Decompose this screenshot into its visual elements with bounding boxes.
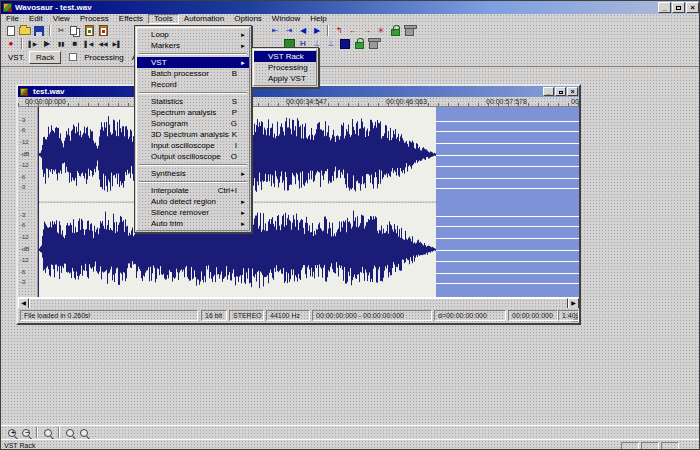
menu-item-sonogram[interactable]: SonogramG — [137, 118, 249, 129]
kill-marker-icon[interactable]: ✳ — [374, 25, 388, 37]
menu-item-auto-trim[interactable]: Auto trim► — [137, 218, 249, 229]
play-prev-icon[interactable]: ◀ — [296, 25, 310, 37]
vst-rack-button[interactable]: Rack — [29, 51, 61, 64]
menu-process[interactable]: Process — [75, 14, 114, 24]
zoom-vertical-icon[interactable] — [77, 427, 91, 439]
doc-minimize-button[interactable]: _ — [543, 87, 554, 96]
menu-separator — [139, 164, 247, 166]
time-ruler[interactable]: 00:00:00:00000:00:34:54700:00:46:06300:0… — [18, 97, 579, 107]
record-icon[interactable]: ● — [4, 38, 18, 50]
copy-icon[interactable] — [68, 25, 82, 37]
delete-icon[interactable] — [402, 25, 416, 37]
new-file-icon[interactable] — [4, 25, 18, 37]
zoom-in-icon-glyph: + — [8, 429, 16, 437]
status-field-00-00-00-000-00-00-00-000: 00:00:00:000 - 00:00:00:000 — [312, 310, 432, 321]
cut-icon[interactable]: ✂ — [54, 25, 68, 37]
menu-options[interactable]: Options — [229, 14, 267, 24]
doc-restore-button[interactable] — [555, 87, 566, 96]
selection-end-icon-glyph: ⇥ — [286, 26, 293, 36]
menu-item-auto-detect-region[interactable]: Auto detect region► — [137, 196, 249, 207]
menu-item-shortcut: S — [232, 97, 237, 106]
menu-help[interactable]: Help — [305, 14, 331, 24]
menu-item-loop[interactable]: Loop► — [137, 29, 249, 40]
zoom-selection-icon[interactable] — [41, 427, 55, 439]
kill-marker-icon-glyph: ✳ — [378, 26, 385, 36]
waveform-area: -3-6-12-dB-12-6-3-3-6-12-dB-12-6-3 — [18, 107, 579, 297]
lock2-icon[interactable] — [352, 38, 366, 50]
menu-item-synthesis[interactable]: Synthesis► — [137, 168, 249, 179]
beyond-gridline — [436, 188, 579, 189]
pause-icon[interactable]: ▮▮ — [54, 38, 68, 50]
play-from-cursor-icon[interactable]: ▌▶ — [26, 38, 40, 50]
paste-mix-icon[interactable] — [96, 25, 110, 37]
rewind-icon[interactable]: ◀◀ — [96, 38, 110, 50]
menu-item-silence-remover[interactable]: Silence remover► — [137, 207, 249, 218]
menu-item-processing[interactable]: Processing — [254, 62, 316, 73]
beyond-gridline — [436, 273, 579, 274]
menu-item-input-oscilloscope[interactable]: Input oscilloscopeI — [137, 140, 249, 151]
stop-icon[interactable]: ■ — [68, 38, 82, 50]
marker-right-icon[interactable]: → — [360, 25, 374, 37]
menu-view[interactable]: View — [48, 14, 75, 24]
close-button[interactable]: × — [686, 2, 699, 13]
menu-tools[interactable]: Tools — [148, 14, 179, 24]
goto-end-icon[interactable]: ▶▌ — [110, 38, 124, 50]
main-titlebar: Wavosaur - test.wav _× — [1, 1, 700, 14]
menu-item-vst[interactable]: VST► — [137, 57, 249, 68]
vst-plug-icon[interactable] — [338, 38, 352, 50]
menu-item-output-oscilloscope[interactable]: Output oscilloscopeO — [137, 151, 249, 162]
menu-file[interactable]: File — [1, 14, 24, 24]
restore-button[interactable] — [672, 2, 685, 13]
minimize-button[interactable]: _ — [658, 2, 671, 13]
menu-edit[interactable]: Edit — [24, 14, 48, 24]
menu-item-vst-rack[interactable]: VST Rack — [254, 51, 316, 62]
play-next-icon[interactable]: ▶ — [310, 25, 324, 37]
wavosaur-logo-icon — [3, 3, 12, 12]
paste-icon[interactable] — [82, 25, 96, 37]
menu-item-batch-processor[interactable]: Batch processorB — [137, 68, 249, 79]
submenu-arrow-icon: ► — [240, 171, 246, 177]
vst-submenu: VST RackProcessingApply VST — [251, 47, 319, 88]
zoom-selection-icon-glyph — [44, 429, 52, 437]
menu-item-record[interactable]: Record — [137, 79, 249, 90]
stamp-icon-2[interactable]: ⊥ — [324, 38, 338, 50]
waveform-canvas[interactable] — [38, 107, 579, 297]
menu-item-apply-vst[interactable]: Apply VST — [254, 73, 316, 84]
stop-icon-glyph: ■ — [73, 39, 78, 49]
doc-close-button[interactable]: × — [567, 87, 578, 96]
goto-start-icon[interactable]: ▌◀ — [82, 38, 96, 50]
menu-item-3d-spectrum-analysis[interactable]: 3D Spectrum analysisK — [137, 129, 249, 140]
beyond-gridline — [436, 250, 579, 251]
zoom-in-icon[interactable]: + — [5, 427, 19, 439]
delete2-icon[interactable] — [366, 38, 380, 50]
menu-item-label: Output oscilloscope — [151, 152, 231, 161]
loop-marker-icon[interactable]: ↰ — [332, 25, 346, 37]
submenu-arrow-icon: ► — [240, 199, 246, 205]
vst-bar-label: VST. — [8, 53, 25, 62]
menu-item-markers[interactable]: Markers► — [137, 40, 249, 51]
open-file-icon[interactable] — [18, 25, 32, 37]
beyond-gridline — [436, 155, 579, 156]
save-file-icon[interactable] — [32, 25, 46, 37]
horizontal-scrollbar[interactable]: ◀ ▶ — [18, 297, 579, 308]
marker-left-icon[interactable]: ← — [346, 25, 360, 37]
menu-automation[interactable]: Automation — [179, 14, 229, 24]
zoom-out-icon[interactable]: − — [19, 427, 33, 439]
status-field-1-4096: 1:4096 — [558, 310, 579, 321]
menu-item-label: Auto trim — [151, 219, 249, 228]
menu-item-label: Markers — [151, 41, 249, 50]
menu-item-interpolate[interactable]: InterpolateCtrl+I — [137, 185, 249, 196]
zoom-all-icon[interactable] — [63, 427, 77, 439]
menu-item-statistics[interactable]: StatisticsS — [137, 96, 249, 107]
selection-start-icon[interactable]: ⇤ — [268, 25, 282, 37]
menu-effects[interactable]: Effects — [114, 14, 148, 24]
beyond-gridline — [436, 121, 579, 122]
menu-window[interactable]: Window — [267, 14, 305, 24]
processing-checkbox[interactable] — [69, 53, 77, 61]
play-icon[interactable]: ▶ — [40, 38, 54, 50]
menu-item-label: Record — [151, 80, 249, 89]
submenu-arrow-icon: ► — [240, 60, 246, 66]
lock-icon[interactable] — [388, 25, 402, 37]
selection-end-icon[interactable]: ⇥ — [282, 25, 296, 37]
menu-item-spectrum-analysis[interactable]: Spectrum analysisP — [137, 107, 249, 118]
